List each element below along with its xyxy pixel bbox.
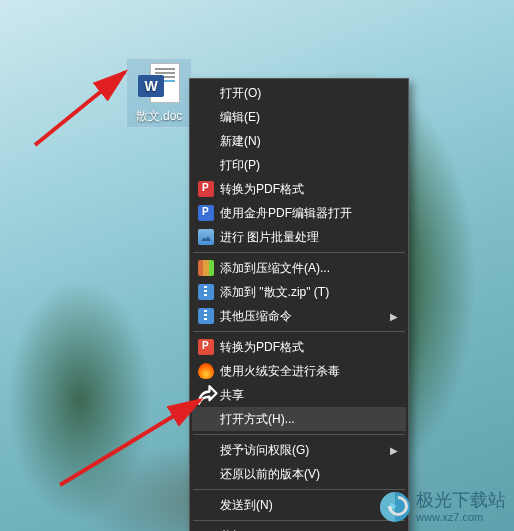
menu-item-9[interactable]: 其他压缩命令▶ bbox=[192, 304, 406, 328]
menu-icon-blank bbox=[192, 440, 220, 460]
menu-separator bbox=[193, 434, 405, 435]
menu-item-label: 打印(P) bbox=[220, 153, 384, 177]
menu-item-label: 新建(N) bbox=[220, 129, 384, 153]
flame-icon bbox=[192, 361, 220, 381]
word-document-icon: W bbox=[138, 63, 180, 105]
menu-item-7[interactable]: 添加到压缩文件(A)... bbox=[192, 256, 406, 280]
watermark-url: www.xz7.com bbox=[416, 511, 506, 523]
pdf-blue-icon bbox=[192, 203, 220, 223]
menu-icon-blank bbox=[192, 495, 220, 515]
menu-item-label: 授予访问权限(G) bbox=[220, 438, 384, 462]
menu-item-0[interactable]: 打开(O) bbox=[192, 81, 406, 105]
share-icon bbox=[192, 385, 220, 405]
watermark-logo-icon bbox=[380, 492, 410, 522]
menu-item-2[interactable]: 新建(N) bbox=[192, 129, 406, 153]
menu-item-1[interactable]: 编辑(E) bbox=[192, 105, 406, 129]
books-icon bbox=[192, 258, 220, 278]
menu-item-8[interactable]: 添加到 "散文.zip" (T) bbox=[192, 280, 406, 304]
menu-item-label: 打开方式(H)... bbox=[220, 407, 384, 431]
menu-icon-blank bbox=[192, 526, 220, 531]
watermark-title: 极光下载站 bbox=[416, 490, 506, 510]
menu-icon-blank bbox=[192, 131, 220, 151]
menu-separator bbox=[193, 331, 405, 332]
menu-item-4[interactable]: 转换为PDF格式 bbox=[192, 177, 406, 201]
menu-item-10[interactable]: 转换为PDF格式 bbox=[192, 335, 406, 359]
menu-separator bbox=[193, 252, 405, 253]
menu-item-label: 转换为PDF格式 bbox=[220, 335, 384, 359]
menu-item-label: 编辑(E) bbox=[220, 105, 384, 129]
menu-icon-blank bbox=[192, 83, 220, 103]
submenu-arrow-icon: ▶ bbox=[384, 311, 398, 322]
menu-item-12[interactable]: 共享 bbox=[192, 383, 406, 407]
menu-item-label: 共享 bbox=[220, 383, 384, 407]
menu-item-5[interactable]: 使用金舟PDF编辑器打开 bbox=[192, 201, 406, 225]
zip-icon bbox=[192, 282, 220, 302]
menu-item-label: 进行 图片批量处理 bbox=[220, 225, 384, 249]
pdf-red-icon bbox=[192, 179, 220, 199]
menu-item-label: 剪切(T) bbox=[220, 524, 384, 531]
menu-icon-blank bbox=[192, 464, 220, 484]
menu-item-6[interactable]: 进行 图片批量处理 bbox=[192, 225, 406, 249]
menu-item-13[interactable]: 打开方式(H)... bbox=[192, 407, 406, 431]
menu-icon-blank bbox=[192, 409, 220, 429]
menu-item-label: 打开(O) bbox=[220, 81, 384, 105]
menu-item-label: 转换为PDF格式 bbox=[220, 177, 384, 201]
menu-separator bbox=[193, 489, 405, 490]
context-menu: 打开(O)编辑(E)新建(N)打印(P)转换为PDF格式使用金舟PDF编辑器打开… bbox=[189, 78, 409, 531]
menu-item-label: 还原以前的版本(V) bbox=[220, 462, 384, 486]
menu-item-15[interactable]: 还原以前的版本(V) bbox=[192, 462, 406, 486]
file-icon-selected[interactable]: W 散文.doc bbox=[126, 58, 192, 128]
menu-item-11[interactable]: 使用火绒安全进行杀毒 bbox=[192, 359, 406, 383]
menu-item-label: 发送到(N) bbox=[220, 493, 384, 517]
menu-icon-blank bbox=[192, 155, 220, 175]
menu-item-label: 使用火绒安全进行杀毒 bbox=[220, 359, 384, 383]
menu-item-label: 添加到 "散文.zip" (T) bbox=[220, 280, 384, 304]
watermark: 极光下载站 www.xz7.com bbox=[380, 491, 506, 523]
img-icon bbox=[192, 227, 220, 247]
menu-item-16[interactable]: 发送到(N)▶ bbox=[192, 493, 406, 517]
menu-icon-blank bbox=[192, 107, 220, 127]
menu-separator bbox=[193, 520, 405, 521]
menu-item-17[interactable]: 剪切(T) bbox=[192, 524, 406, 531]
file-label: 散文.doc bbox=[129, 109, 189, 123]
menu-item-label: 使用金舟PDF编辑器打开 bbox=[220, 201, 384, 225]
submenu-arrow-icon: ▶ bbox=[384, 445, 398, 456]
zip2-icon bbox=[192, 306, 220, 326]
p-icon bbox=[192, 337, 220, 357]
menu-item-label: 添加到压缩文件(A)... bbox=[220, 256, 384, 280]
menu-item-label: 其他压缩命令 bbox=[220, 304, 384, 328]
menu-item-14[interactable]: 授予访问权限(G)▶ bbox=[192, 438, 406, 462]
menu-item-3[interactable]: 打印(P) bbox=[192, 153, 406, 177]
